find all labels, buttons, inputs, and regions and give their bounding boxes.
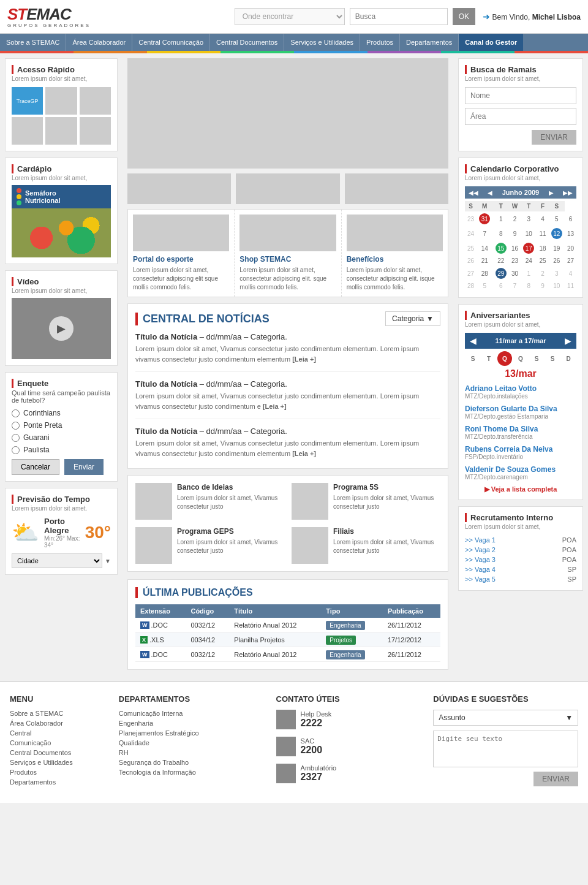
- video-player[interactable]: ▶: [12, 298, 111, 359]
- qa-item-4[interactable]: [45, 117, 77, 145]
- nav-central-doc[interactable]: Central Documentos: [210, 34, 284, 51]
- play-button[interactable]: ▶: [49, 316, 74, 341]
- grid-box-3[interactable]: Filiais Lorem ipsum dolor sit amet, Viva…: [292, 527, 440, 564]
- footer-menu-link-7[interactable]: Departamentos: [10, 778, 107, 786]
- cal-prev-button[interactable]: ◀: [488, 189, 492, 196]
- portal-card-2[interactable]: Benefícios Lorem ipsum dolor sit amet, c…: [342, 210, 448, 297]
- main-nav: Sobre a STEMAC Área Colaborador Central …: [0, 34, 588, 51]
- anni-dept-4: MTZ/Depto.carenagem: [465, 474, 576, 480]
- anni-day-q-active[interactable]: Q: [497, 351, 512, 366]
- enquete-radio-1[interactable]: [12, 422, 20, 430]
- weather-city-select[interactable]: Cidade: [12, 553, 102, 568]
- grid-box-title-1: Programa 5S: [333, 483, 440, 492]
- qa-item-1[interactable]: [45, 87, 77, 115]
- busca-nome-input[interactable]: [465, 87, 576, 104]
- logo: STEMAC GRUPOS GERADORES: [7, 5, 91, 28]
- anni-person-2: Roni Thome Da Silva MTZ/Depto.transferên…: [465, 425, 576, 440]
- rec-label-2[interactable]: >> Vaga 3: [465, 556, 496, 563]
- qa-item-3[interactable]: [12, 117, 43, 145]
- duvidas-textarea[interactable]: [433, 731, 578, 767]
- qa-item-2[interactable]: [80, 87, 111, 115]
- enquete-option-1[interactable]: Ponte Preta: [12, 421, 111, 430]
- footer-menu-link-3[interactable]: Comunicação: [10, 739, 107, 746]
- contato-num-0: 2222: [301, 718, 332, 729]
- cal-next2-button[interactable]: ▶▶: [563, 189, 573, 196]
- portal-card-1[interactable]: Shop STEMAC Lorem ipsum dolor sit amet, …: [235, 210, 341, 297]
- enquete-option-2[interactable]: Guarani: [12, 433, 111, 442]
- nav-departamentos[interactable]: Departamentos: [400, 34, 459, 51]
- grid-boxes: Banco de Ideias Lorem ipsum dolor sit am…: [127, 475, 448, 572]
- contato-name-1: SAC: [301, 737, 323, 745]
- categoria-dropdown[interactable]: Categoria ▼: [385, 311, 440, 326]
- anni-next-button[interactable]: ▶: [565, 336, 571, 346]
- cardapio-image: [12, 208, 111, 257]
- grid-box-2[interactable]: Programa GEPS Lorem ipsum dolor sit amet…: [135, 527, 284, 564]
- table-row[interactable]: W .DOC 0032/12 Relatório Anual 2012 Enge…: [135, 647, 440, 662]
- nav-canal-gestor[interactable]: Canal do Gestor: [459, 34, 523, 51]
- busca-input-header[interactable]: [350, 8, 448, 25]
- anni-ver-lista-link[interactable]: ▶ Veja a lista completa: [465, 485, 576, 493]
- rec-label-0[interactable]: >> Vaga 1: [465, 536, 496, 544]
- table-row[interactable]: W .DOC 0032/12 Relatório Anual 2012 Enge…: [135, 618, 440, 632]
- enquete-radio-0[interactable]: [12, 409, 20, 417]
- qa-item-5[interactable]: [80, 117, 111, 145]
- enquete-radio-3[interactable]: [12, 446, 20, 454]
- nav-sobre[interactable]: Sobre a STEMAC: [0, 34, 66, 51]
- enquete-radio-2[interactable]: [12, 434, 20, 442]
- cal-prev2-button[interactable]: ◀◀: [469, 189, 478, 196]
- portal-card-title-0: Portal do esporte: [133, 255, 229, 264]
- footer-menu-link-4[interactable]: Central Documentos: [10, 749, 107, 756]
- footer-depto-link-0[interactable]: Comunicação Interna: [119, 710, 264, 717]
- grid-box-0[interactable]: Banco de Ideias Lorem ipsum dolor sit am…: [135, 483, 284, 520]
- qa-tracegp[interactable]: TraceGP: [12, 87, 43, 115]
- nav-produtos[interactable]: Produtos: [360, 34, 400, 51]
- table-row[interactable]: X .XLS 0034/12 Planilha Projetos Projeto…: [135, 632, 440, 647]
- rec-label-3[interactable]: >> Vaga 4: [465, 566, 496, 573]
- rec-item-4: >> Vaga 5 SP: [465, 574, 576, 584]
- grid-box-1[interactable]: Programa 5S Lorem ipsum dolor sit amet, …: [292, 483, 440, 520]
- portal-card-0[interactable]: Portal do esporte Lorem ipsum dolor sit …: [128, 210, 235, 297]
- footer-contatos: CONTATO ÚTEIS Help Desk 2222 SAC 2200 Am…: [276, 694, 421, 791]
- rec-label-4[interactable]: >> Vaga 5: [465, 575, 496, 583]
- footer-menu-link-6[interactable]: Produtos: [10, 769, 107, 776]
- nav-area[interactable]: Área Colaborador: [66, 34, 132, 51]
- anni-name-0[interactable]: Adriano Leitao Votto: [465, 384, 576, 393]
- noticia-titulo-2[interactable]: Título da Notícia: [135, 427, 197, 436]
- footer-depto-link-5[interactable]: Segurança do Trabalho: [119, 759, 264, 766]
- footer-menu-link-5[interactable]: Serviços e Utilidades: [10, 759, 107, 766]
- footer-menu-link-0[interactable]: Sobre a STEMAC: [10, 710, 107, 717]
- cal-next-button[interactable]: ▶: [549, 189, 554, 196]
- enquete-enviar-button[interactable]: Enviar: [64, 459, 104, 475]
- anni-name-4[interactable]: Valdenir De Souza Gomes: [465, 465, 576, 474]
- enquete-option-0[interactable]: Corinthians: [12, 409, 111, 417]
- ok-button[interactable]: OK: [453, 8, 475, 25]
- footer-depto-link-1[interactable]: Engenharia: [119, 720, 264, 727]
- ultima-title: ÚLTIMA PUBLICAÇÕES: [135, 587, 440, 598]
- footer-menu-link-2[interactable]: Central: [10, 729, 107, 737]
- weather-minmax: Min:26° Max: 34°: [44, 535, 80, 549]
- anni-prev-button[interactable]: ◀: [470, 336, 477, 346]
- anni-name-2[interactable]: Roni Thome Da Silva: [465, 425, 576, 433]
- noticia-titulo-1[interactable]: Título da Notícia: [135, 379, 197, 389]
- onde-encontrar-select[interactable]: Onde encontrar: [235, 8, 345, 25]
- grid-box-title-2: Programa GEPS: [177, 527, 284, 536]
- footer-menu-link-1[interactable]: Área Colaborador: [10, 720, 107, 727]
- noticia-titulo-0[interactable]: Título da Notícia: [135, 332, 197, 341]
- footer-depto-link-4[interactable]: RH: [119, 749, 264, 756]
- enquete-cancelar-button[interactable]: Cancelar: [12, 459, 59, 475]
- nav-central-com[interactable]: Central Comunicação: [132, 34, 210, 51]
- anni-name-3[interactable]: Rubens Correia Da Neiva: [465, 445, 576, 454]
- footer-depto-link-6[interactable]: Tecnologia da Informação: [119, 769, 264, 776]
- nav-servicos[interactable]: Serviços e Utilidades: [284, 34, 360, 51]
- footer-depto-link-2[interactable]: Planejamentos Estratégico: [119, 729, 264, 737]
- aniversariantes-widget: Aniversariantes Lorem ipsum dolor sit am…: [458, 304, 583, 500]
- enquete-option-3[interactable]: Paulista: [12, 446, 111, 454]
- duvidas-enviar-button[interactable]: ENVIAR: [533, 772, 578, 786]
- anni-name-1[interactable]: Dieferson Gularte Da Silva: [465, 405, 576, 413]
- footer-depto-link-3[interactable]: Qualidade: [119, 739, 264, 746]
- rec-label-1[interactable]: >> Vaga 2: [465, 546, 496, 553]
- duvidas-assunto-dropdown[interactable]: Assunto ▼: [433, 710, 578, 726]
- busca-enviar-button[interactable]: ENVIAR: [532, 130, 576, 145]
- semaforo-header[interactable]: SemáforoNutricional: [12, 185, 111, 208]
- busca-area-input[interactable]: [465, 108, 576, 125]
